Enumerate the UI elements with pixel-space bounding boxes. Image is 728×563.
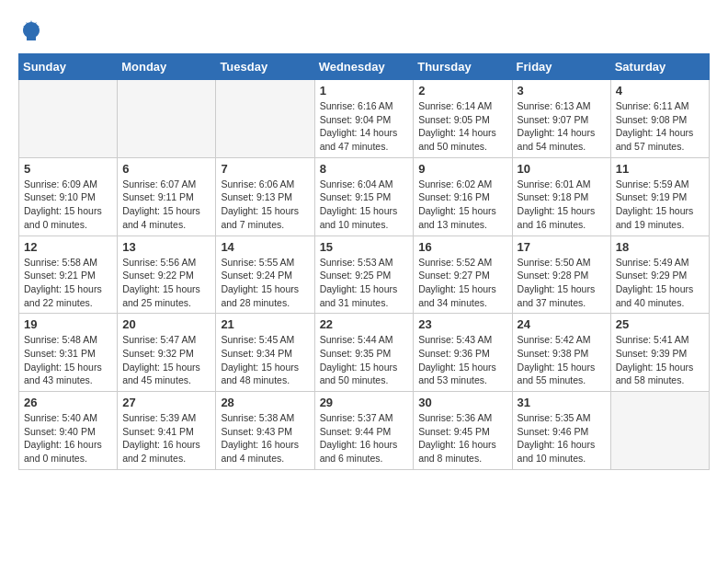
day-info: Sunrise: 6:09 AMSunset: 9:10 PMDaylight:… (24, 178, 112, 232)
day-info: Sunrise: 5:41 AMSunset: 9:39 PMDaylight:… (616, 333, 704, 387)
day-info: Sunrise: 5:37 AMSunset: 9:44 PMDaylight:… (320, 411, 409, 465)
weekday-header-monday: Monday (118, 54, 216, 80)
weekday-header-tuesday: Tuesday (216, 54, 314, 80)
day-info: Sunrise: 5:44 AMSunset: 9:35 PMDaylight:… (320, 333, 409, 387)
weekday-header-saturday: Saturday (610, 54, 709, 80)
day-number: 2 (418, 84, 506, 98)
week-row-2: 5Sunrise: 6:09 AMSunset: 9:10 PMDaylight… (19, 157, 710, 236)
day-number: 25 (616, 317, 704, 331)
day-info: Sunrise: 5:53 AMSunset: 9:25 PMDaylight:… (320, 256, 409, 310)
day-info: Sunrise: 5:39 AMSunset: 9:41 PMDaylight:… (122, 411, 210, 465)
day-info: Sunrise: 5:48 AMSunset: 9:31 PMDaylight:… (24, 333, 112, 387)
day-cell-2: 2Sunrise: 6:14 AMSunset: 9:05 PMDaylight… (414, 80, 512, 158)
day-number: 18 (616, 240, 704, 254)
day-info: Sunrise: 6:01 AMSunset: 9:18 PMDaylight:… (518, 178, 606, 232)
day-info: Sunrise: 5:56 AMSunset: 9:22 PMDaylight:… (122, 256, 210, 310)
empty-cell (216, 80, 314, 158)
day-info: Sunrise: 5:36 AMSunset: 9:45 PMDaylight:… (418, 411, 506, 465)
day-cell-17: 17Sunrise: 5:50 AMSunset: 9:28 PMDayligh… (512, 236, 610, 314)
week-row-1: 1Sunrise: 6:16 AMSunset: 9:04 PMDaylight… (19, 80, 710, 158)
week-row-4: 19Sunrise: 5:48 AMSunset: 9:31 PMDayligh… (19, 314, 710, 392)
day-info: Sunrise: 5:50 AMSunset: 9:28 PMDaylight:… (518, 256, 606, 310)
day-number: 16 (418, 240, 506, 254)
day-cell-1: 1Sunrise: 6:16 AMSunset: 9:04 PMDaylight… (314, 80, 414, 158)
day-cell-25: 25Sunrise: 5:41 AMSunset: 9:39 PMDayligh… (610, 314, 709, 392)
day-number: 23 (418, 317, 506, 331)
day-info: Sunrise: 5:49 AMSunset: 9:29 PMDaylight:… (616, 256, 704, 310)
day-number: 12 (24, 240, 112, 254)
day-info: Sunrise: 6:11 AMSunset: 9:08 PMDaylight:… (616, 99, 704, 154)
day-number: 3 (518, 84, 606, 98)
day-number: 13 (122, 240, 210, 254)
day-cell-26: 26Sunrise: 5:40 AMSunset: 9:40 PMDayligh… (19, 392, 118, 470)
day-number: 28 (221, 396, 309, 409)
day-cell-7: 7Sunrise: 6:06 AMSunset: 9:13 PMDaylight… (216, 157, 314, 236)
day-cell-12: 12Sunrise: 5:58 AMSunset: 9:21 PMDayligh… (19, 236, 118, 314)
day-info: Sunrise: 6:04 AMSunset: 9:15 PMDaylight:… (320, 178, 409, 232)
weekday-header-row: SundayMondayTuesdayWednesdayThursdayFrid… (19, 54, 710, 80)
day-number: 26 (24, 396, 112, 409)
day-info: Sunrise: 6:02 AMSunset: 9:16 PMDaylight:… (418, 178, 506, 232)
weekday-header-wednesday: Wednesday (314, 54, 414, 80)
day-cell-27: 27Sunrise: 5:39 AMSunset: 9:41 PMDayligh… (118, 392, 216, 470)
day-number: 11 (616, 162, 704, 176)
page-header (18, 18, 710, 44)
day-cell-19: 19Sunrise: 5:48 AMSunset: 9:31 PMDayligh… (19, 314, 118, 392)
day-cell-15: 15Sunrise: 5:53 AMSunset: 9:25 PMDayligh… (314, 236, 414, 314)
day-number: 17 (518, 240, 606, 254)
weekday-header-thursday: Thursday (414, 54, 512, 80)
day-number: 24 (518, 317, 606, 331)
empty-cell (118, 80, 216, 158)
day-cell-30: 30Sunrise: 5:36 AMSunset: 9:45 PMDayligh… (414, 392, 512, 470)
day-cell-22: 22Sunrise: 5:44 AMSunset: 9:35 PMDayligh… (314, 314, 414, 392)
day-number: 15 (320, 240, 409, 254)
day-number: 22 (320, 317, 409, 331)
day-info: Sunrise: 6:14 AMSunset: 9:05 PMDaylight:… (418, 99, 506, 154)
day-number: 8 (320, 162, 409, 176)
day-number: 30 (418, 396, 506, 409)
day-number: 31 (518, 396, 606, 409)
day-cell-16: 16Sunrise: 5:52 AMSunset: 9:27 PMDayligh… (414, 236, 512, 314)
day-cell-3: 3Sunrise: 6:13 AMSunset: 9:07 PMDaylight… (512, 80, 610, 158)
day-info: Sunrise: 6:07 AMSunset: 9:11 PMDaylight:… (122, 178, 210, 232)
day-cell-10: 10Sunrise: 6:01 AMSunset: 9:18 PMDayligh… (512, 157, 610, 236)
day-cell-28: 28Sunrise: 5:38 AMSunset: 9:43 PMDayligh… (216, 392, 314, 470)
day-number: 20 (122, 317, 210, 331)
day-cell-4: 4Sunrise: 6:11 AMSunset: 9:08 PMDaylight… (610, 80, 709, 158)
day-cell-13: 13Sunrise: 5:56 AMSunset: 9:22 PMDayligh… (118, 236, 216, 314)
day-info: Sunrise: 6:16 AMSunset: 9:04 PMDaylight:… (320, 99, 409, 154)
day-cell-18: 18Sunrise: 5:49 AMSunset: 9:29 PMDayligh… (610, 236, 709, 314)
day-number: 27 (122, 396, 210, 409)
empty-cell (19, 80, 118, 158)
calendar-table: SundayMondayTuesdayWednesdayThursdayFrid… (18, 53, 710, 470)
empty-cell (610, 392, 709, 470)
day-cell-11: 11Sunrise: 5:59 AMSunset: 9:19 PMDayligh… (610, 157, 709, 236)
day-info: Sunrise: 6:06 AMSunset: 9:13 PMDaylight:… (221, 178, 309, 232)
day-number: 19 (24, 317, 112, 331)
day-info: Sunrise: 5:47 AMSunset: 9:32 PMDaylight:… (122, 333, 210, 387)
logo-icon (18, 18, 44, 44)
day-info: Sunrise: 5:58 AMSunset: 9:21 PMDaylight:… (24, 256, 112, 310)
day-number: 5 (24, 162, 112, 176)
day-number: 14 (221, 240, 309, 254)
day-cell-8: 8Sunrise: 6:04 AMSunset: 9:15 PMDaylight… (314, 157, 414, 236)
day-info: Sunrise: 5:45 AMSunset: 9:34 PMDaylight:… (221, 333, 309, 387)
week-row-5: 26Sunrise: 5:40 AMSunset: 9:40 PMDayligh… (19, 392, 710, 470)
day-number: 1 (320, 84, 409, 98)
day-info: Sunrise: 6:13 AMSunset: 9:07 PMDaylight:… (518, 99, 606, 154)
logo (18, 18, 46, 44)
day-number: 7 (221, 162, 309, 176)
day-info: Sunrise: 5:43 AMSunset: 9:36 PMDaylight:… (418, 333, 506, 387)
day-info: Sunrise: 5:52 AMSunset: 9:27 PMDaylight:… (418, 256, 506, 310)
day-number: 4 (616, 84, 704, 98)
day-number: 10 (518, 162, 606, 176)
week-row-3: 12Sunrise: 5:58 AMSunset: 9:21 PMDayligh… (19, 236, 710, 314)
day-cell-20: 20Sunrise: 5:47 AMSunset: 9:32 PMDayligh… (118, 314, 216, 392)
weekday-header-sunday: Sunday (19, 54, 118, 80)
day-info: Sunrise: 5:35 AMSunset: 9:46 PMDaylight:… (518, 411, 606, 465)
day-cell-31: 31Sunrise: 5:35 AMSunset: 9:46 PMDayligh… (512, 392, 610, 470)
day-number: 6 (122, 162, 210, 176)
day-info: Sunrise: 5:42 AMSunset: 9:38 PMDaylight:… (518, 333, 606, 387)
weekday-header-friday: Friday (512, 54, 610, 80)
day-cell-29: 29Sunrise: 5:37 AMSunset: 9:44 PMDayligh… (314, 392, 414, 470)
